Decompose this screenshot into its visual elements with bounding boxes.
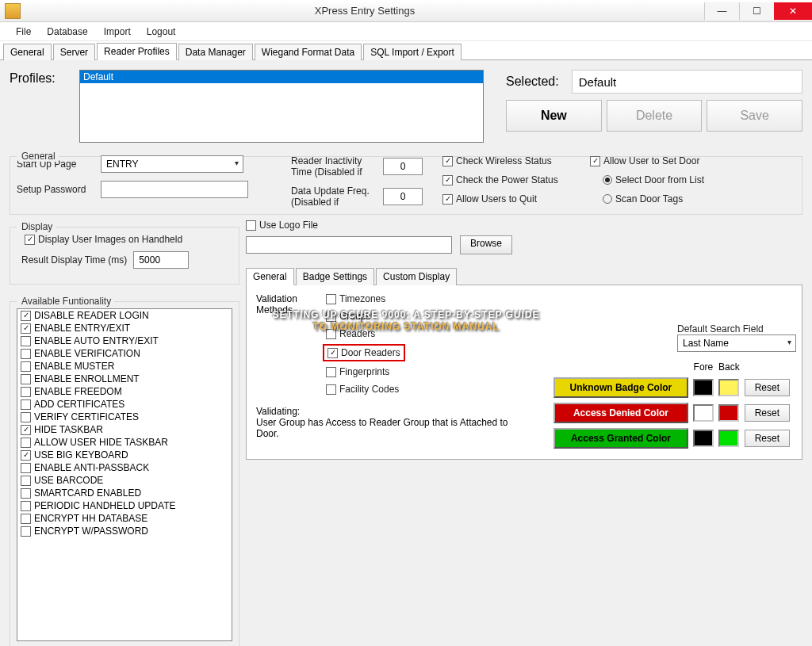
tab-sql-import-export[interactable]: SQL Import / Export: [363, 44, 462, 60]
tab-general[interactable]: General: [3, 44, 52, 60]
subtab-general[interactable]: General: [246, 268, 294, 285]
selected-profile-input[interactable]: [572, 70, 802, 94]
functionality-checkbox[interactable]: [21, 387, 31, 397]
functionality-item[interactable]: ENABLE ENTRY/EXIT: [17, 322, 232, 334]
functionality-checkbox[interactable]: [21, 476, 31, 486]
validation-method-checkbox[interactable]: [326, 384, 336, 395]
functionality-checkbox[interactable]: [21, 438, 31, 448]
tab-reader-profiles[interactable]: Reader Profiles: [97, 43, 177, 60]
functionality-checkbox[interactable]: [21, 361, 31, 372]
reset-button[interactable]: Reset: [745, 379, 790, 396]
fore-swatch[interactable]: [693, 430, 714, 447]
functionality-checkbox[interactable]: [21, 374, 31, 384]
functionality-item[interactable]: ENABLE ANTI-PASSBACK: [17, 461, 232, 474]
fore-swatch[interactable]: [693, 404, 714, 422]
scan-door-radio[interactable]: [603, 194, 612, 204]
functionality-item[interactable]: ENCRYPT W/PASSWORD: [17, 525, 232, 537]
menu-file[interactable]: File: [5, 24, 39, 40]
startup-page-combo[interactable]: ENTRY: [101, 155, 243, 173]
back-swatch[interactable]: [718, 404, 739, 422]
functionality-checkbox[interactable]: [21, 501, 31, 511]
check-wireless-checkbox[interactable]: [442, 156, 453, 166]
profiles-listbox[interactable]: Default: [79, 70, 484, 143]
functionality-checkbox[interactable]: [21, 488, 31, 499]
validation-method-checkbox[interactable]: [327, 348, 338, 358]
reset-button[interactable]: Reset: [745, 430, 790, 447]
delete-button[interactable]: Delete: [607, 100, 703, 132]
functionality-checkbox[interactable]: [21, 450, 31, 461]
browse-button[interactable]: Browse: [460, 235, 512, 254]
menu-database[interactable]: Database: [39, 24, 95, 40]
functionality-checkbox[interactable]: [21, 311, 31, 321]
functionality-item-label: ENCRYPT HH DATABASE: [34, 513, 147, 524]
display-groupbox: Display Display User Images on Handheld …: [10, 221, 239, 285]
functionality-list[interactable]: DISABLE READER LOGINENABLE ENTRY/EXITENA…: [17, 308, 232, 641]
functionality-item[interactable]: ADD CERTIFICATES: [17, 398, 232, 411]
allow-set-door-checkbox[interactable]: [590, 156, 600, 166]
functionality-item[interactable]: USE BIG KEYBOARD: [17, 449, 232, 461]
default-search-combo[interactable]: Last Name: [677, 334, 796, 352]
validation-method-checkbox[interactable]: [326, 367, 336, 377]
close-button[interactable]: ✕: [774, 2, 812, 20]
subtab-badge-settings[interactable]: Badge Settings: [296, 268, 374, 285]
back-swatch[interactable]: [718, 379, 739, 396]
functionality-item[interactable]: ENABLE AUTO ENTRY/EXIT: [17, 334, 232, 347]
new-button[interactable]: New: [506, 100, 602, 132]
subtab-custom-display[interactable]: Custom Display: [376, 268, 457, 285]
functionality-item[interactable]: ALLOW USER HIDE TASKBAR: [17, 436, 232, 449]
result-time-input[interactable]: [133, 251, 189, 269]
functionality-checkbox[interactable]: [21, 349, 31, 359]
functionality-checkbox[interactable]: [21, 323, 31, 334]
functionality-checkbox[interactable]: [21, 526, 31, 537]
functionality-item[interactable]: ENABLE ENROLLMENT: [17, 373, 232, 385]
menu-import[interactable]: Import: [96, 24, 139, 40]
functionality-item-label: ENABLE ENROLLMENT: [34, 373, 140, 384]
select-door-radio[interactable]: [603, 175, 612, 185]
functionality-checkbox[interactable]: [21, 399, 31, 410]
functionality-item[interactable]: HIDE TASKBAR: [17, 423, 232, 436]
back-swatch[interactable]: [718, 430, 739, 447]
validation-method-row: Fingerprints: [326, 366, 402, 377]
use-logo-checkbox[interactable]: [246, 220, 256, 231]
window-titlebar: XPress Entry Settings — ☐ ✕: [0, 0, 812, 22]
functionality-item[interactable]: ENABLE MUSTER: [17, 360, 232, 373]
reader-inactivity-input[interactable]: [383, 158, 423, 175]
fore-swatch[interactable]: [693, 379, 714, 396]
functionality-item[interactable]: ENABLE FREEDOM: [17, 385, 232, 398]
display-images-checkbox[interactable]: [25, 235, 35, 245]
functionality-item[interactable]: PERIODIC HANDHELD UPDATE: [17, 499, 232, 512]
allow-quit-label: Allow Users to Quit: [456, 193, 537, 205]
functionality-checkbox[interactable]: [21, 336, 31, 346]
reset-button[interactable]: Reset: [745, 404, 790, 422]
functionality-item[interactable]: VERIFY CERTIFICATES: [17, 411, 232, 423]
functionality-item[interactable]: USE BARCODE: [17, 474, 232, 487]
maximize-button[interactable]: ☐: [739, 2, 774, 20]
check-power-checkbox[interactable]: [442, 175, 453, 185]
result-time-label: Result Display Time (ms): [21, 254, 127, 266]
setup-password-input[interactable]: [101, 181, 248, 198]
functionality-checkbox[interactable]: [21, 514, 31, 524]
functionality-item[interactable]: SMARTCARD ENABLED: [17, 487, 232, 499]
functionality-checkbox[interactable]: [21, 425, 31, 435]
functionality-item[interactable]: ENCRYPT HH DATABASE: [17, 512, 232, 525]
validation-method-checkbox[interactable]: [326, 294, 336, 304]
functionality-checkbox[interactable]: [21, 463, 31, 473]
tab-server[interactable]: Server: [53, 44, 95, 60]
functionality-item[interactable]: DISABLE READER LOGIN: [17, 309, 232, 322]
save-button[interactable]: Save: [707, 100, 802, 132]
validation-method-checkbox[interactable]: [326, 312, 336, 322]
tab-data-manager[interactable]: Data Manager: [178, 44, 253, 60]
profiles-list-item[interactable]: Default: [80, 71, 483, 83]
allow-quit-checkbox[interactable]: [442, 194, 453, 205]
logo-path-input[interactable]: [246, 236, 452, 254]
data-update-input[interactable]: [383, 188, 423, 205]
minimize-button[interactable]: —: [704, 2, 739, 20]
validation-method-checkbox[interactable]: [326, 329, 336, 339]
functionality-item-label: ENABLE ANTI-PASSBACK: [34, 462, 149, 473]
functionality-item[interactable]: ENABLE VERIFICATION: [17, 347, 232, 360]
menu-logout[interactable]: Logout: [139, 24, 184, 40]
validating-text: User Group has Access to Reader Group th…: [256, 417, 526, 439]
tab-wiegand-format-data[interactable]: Wiegand Format Data: [255, 44, 362, 60]
functionality-checkbox[interactable]: [21, 412, 31, 422]
validation-method-row: Groups: [326, 311, 402, 322]
